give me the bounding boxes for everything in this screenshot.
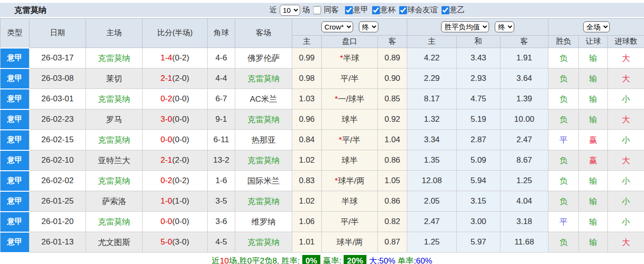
match-row: 意甲26-02-15克雷莫纳0-0(0-0)6-11热那亚0.84*平/半1.0… <box>0 130 644 150</box>
corner-cell: 4-4 <box>208 68 235 89</box>
subcol-mean-win: 主 <box>407 36 457 48</box>
mean-draw-cell: 5.97 <box>457 232 500 253</box>
odds-away-cell: 0.86 <box>378 191 407 212</box>
date-cell: 26-02-10 <box>29 150 86 171</box>
subcol-mean-lose: 客 <box>500 36 548 48</box>
odds-group-header: Crow* 终 <box>292 19 407 36</box>
score-cell: 1-0(1-0) <box>143 191 208 212</box>
match-history-table: 类型 日期 主场 比分(半场) 角球 客场 Crow* 终 胜平负均值 终 <box>0 18 644 253</box>
corner-cell: 6-7 <box>208 89 235 109</box>
away-team-cell: 热那亚 <box>235 130 292 150</box>
league-filter-checkbox[interactable] <box>399 6 407 14</box>
same-venue-checkbox[interactable] <box>313 6 321 14</box>
corner-cell: 3-6 <box>208 212 235 232</box>
date-cell: 26-02-15 <box>29 130 86 150</box>
result-cell: 负 <box>548 48 579 68</box>
mean-win-cell: 1.25 <box>407 232 457 253</box>
odds-away-cell: 0.92 <box>378 109 407 130</box>
date-cell: 26-03-08 <box>29 68 86 89</box>
handicap-cell: *平/半 <box>322 130 378 150</box>
summary-segment: 近 <box>212 255 220 264</box>
mean-lose-cell: 10.00 <box>500 109 548 130</box>
match-row: 意甲26-02-10亚特兰大2-1(2-0)13-2克雷莫纳1.02球半0.86… <box>0 150 644 171</box>
mean-lose-cell: 4.04 <box>500 191 548 212</box>
recent-count-select[interactable]: 10 <box>279 5 300 16</box>
corner-cell: 4-6 <box>208 48 235 68</box>
goals-result-cell: 小 <box>608 89 644 109</box>
score-cell: 0-0(0-0) <box>143 130 208 150</box>
corner-cell: 1-6 <box>208 171 235 191</box>
result-cell: 负 <box>548 171 579 191</box>
handicap-result-cell: 输 <box>579 191 608 212</box>
date-cell: 26-01-20 <box>29 212 86 232</box>
odds-home-cell: 0.99 <box>292 48 322 68</box>
mean-win-cell: 8.17 <box>407 89 457 109</box>
scope-select[interactable]: 全场 <box>583 21 610 32</box>
away-team-cell: 克雷莫纳 <box>235 109 292 130</box>
summary-bar: 近10场,胜0平2负8, 胜率:0%赢率:20%大:50% 单率:60% <box>0 253 644 264</box>
odds-home-cell: 1.06 <box>292 212 322 232</box>
goals-result-cell: 小 <box>608 191 644 212</box>
mean-group-header: 胜平负均值 终 <box>407 19 548 36</box>
corner-cell: 9-1 <box>208 109 235 130</box>
result-cell: 负 <box>548 232 579 253</box>
page-title: 克雷莫纳 <box>14 5 47 16</box>
handicap-cell: 球半 <box>322 150 378 171</box>
away-team-cell: 克雷莫纳 <box>235 232 292 253</box>
league-cell: 意甲 <box>0 109 29 130</box>
col-header-home: 主场 <box>86 19 143 48</box>
col-header-score: 比分(半场) <box>143 19 208 48</box>
summary-segment: 单率 <box>395 255 414 264</box>
league-filter-checkbox[interactable] <box>441 6 449 14</box>
mean-type-select[interactable]: 胜平负均值 <box>441 21 489 32</box>
handicap-result-cell: 输 <box>579 212 608 232</box>
summary-segment: 20% <box>344 255 366 264</box>
match-row: 意甲26-03-08莱切2-1(2-0)4-4克雷莫纳0.98平/半0.902.… <box>0 68 644 89</box>
goals-result-cell: 大 <box>608 48 644 68</box>
mean-draw-cell: 2.93 <box>457 68 500 89</box>
odds-away-cell: 0.89 <box>378 48 407 68</box>
league-cell: 意甲 <box>0 171 29 191</box>
home-team-cell: 克雷莫纳 <box>86 89 143 109</box>
handicap-cell: *半球 <box>322 48 378 68</box>
subcol-goals: 进球数 <box>608 36 644 48</box>
league-filter-checkbox[interactable] <box>345 6 353 14</box>
mean-win-cell: 2.29 <box>407 68 457 89</box>
home-team-cell: 克雷莫纳 <box>86 212 143 232</box>
mean-stage-select[interactable]: 终 <box>495 21 514 32</box>
result-cell: 负 <box>548 191 579 212</box>
mean-lose-cell: 3.64 <box>500 68 548 89</box>
away-team-cell: 佛罗伦萨 <box>235 48 292 68</box>
score-cell: 0-2(0-2) <box>143 171 208 191</box>
odds-stage-select[interactable]: 终 <box>359 21 378 32</box>
result-group-header: 全场 <box>548 19 644 36</box>
subcol-odds-away: 客 <box>378 36 407 48</box>
away-team-cell: 国际米兰 <box>235 171 292 191</box>
odds-home-cell: 0.84 <box>292 130 322 150</box>
subcol-handicap: 盘口 <box>322 36 378 48</box>
league-cell: 意甲 <box>0 191 29 212</box>
same-venue-label: 同客 <box>324 5 339 15</box>
handicap-cell: *球半/两 <box>322 171 378 191</box>
odds-home-cell: 1.02 <box>292 191 322 212</box>
league-filter: 意甲 <box>344 5 368 15</box>
col-header-date: 日期 <box>29 19 86 48</box>
handicap-result-cell: 输 <box>579 89 608 109</box>
handicap-cell: 平/半 <box>322 68 378 89</box>
mean-win-cell: 2.47 <box>407 212 457 232</box>
league-filter-label: 意甲 <box>353 5 368 15</box>
odds-away-cell: 0.82 <box>378 212 407 232</box>
corner-cell: 6-11 <box>208 130 235 150</box>
away-team-cell: 维罗纳 <box>235 212 292 232</box>
subcol-handicap-result: 让球 <box>579 36 608 48</box>
mean-lose-cell: 1.91 <box>500 48 548 68</box>
league-filter-checkbox[interactable] <box>372 6 380 14</box>
handicap-cell: *一/球半 <box>322 89 378 109</box>
handicap-result-cell: 赢 <box>579 130 608 150</box>
summary-segment: 赢率: <box>323 255 341 264</box>
odds-source-select[interactable]: Crow* <box>321 21 353 32</box>
date-cell: 26-02-02 <box>29 171 86 191</box>
topbar: 克雷莫纳 近 10 场 同客 意甲意杯球会友谊意乙 <box>0 3 644 18</box>
home-team-cell: 莱切 <box>86 68 143 89</box>
away-team-cell: AC米兰 <box>235 89 292 109</box>
